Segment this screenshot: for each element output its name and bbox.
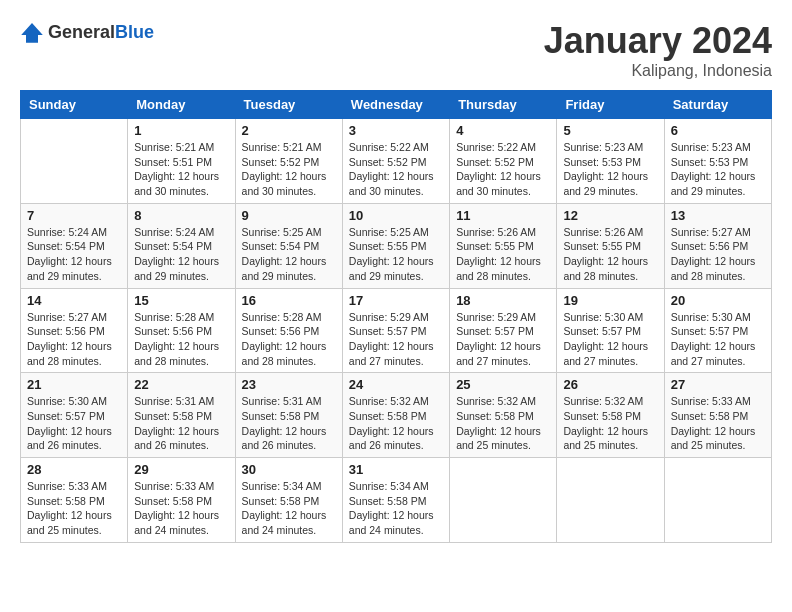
day-number: 4 bbox=[456, 123, 550, 138]
day-number: 29 bbox=[134, 462, 228, 477]
calendar-cell: 24Sunrise: 5:32 AMSunset: 5:58 PMDayligh… bbox=[342, 373, 449, 458]
day-info: Sunrise: 5:24 AMSunset: 5:54 PMDaylight:… bbox=[27, 225, 121, 284]
calendar-week-1: 1Sunrise: 5:21 AMSunset: 5:51 PMDaylight… bbox=[21, 119, 772, 204]
calendar-cell: 12Sunrise: 5:26 AMSunset: 5:55 PMDayligh… bbox=[557, 203, 664, 288]
day-info: Sunrise: 5:34 AMSunset: 5:58 PMDaylight:… bbox=[242, 479, 336, 538]
day-info: Sunrise: 5:32 AMSunset: 5:58 PMDaylight:… bbox=[456, 394, 550, 453]
day-number: 23 bbox=[242, 377, 336, 392]
day-number: 14 bbox=[27, 293, 121, 308]
day-number: 27 bbox=[671, 377, 765, 392]
day-number: 11 bbox=[456, 208, 550, 223]
day-info: Sunrise: 5:26 AMSunset: 5:55 PMDaylight:… bbox=[456, 225, 550, 284]
day-number: 10 bbox=[349, 208, 443, 223]
day-info: Sunrise: 5:28 AMSunset: 5:56 PMDaylight:… bbox=[134, 310, 228, 369]
day-info: Sunrise: 5:25 AMSunset: 5:55 PMDaylight:… bbox=[349, 225, 443, 284]
calendar-cell bbox=[557, 458, 664, 543]
calendar-cell: 23Sunrise: 5:31 AMSunset: 5:58 PMDayligh… bbox=[235, 373, 342, 458]
title-block: January 2024 Kalipang, Indonesia bbox=[544, 20, 772, 80]
calendar-cell: 11Sunrise: 5:26 AMSunset: 5:55 PMDayligh… bbox=[450, 203, 557, 288]
day-number: 21 bbox=[27, 377, 121, 392]
day-info: Sunrise: 5:29 AMSunset: 5:57 PMDaylight:… bbox=[456, 310, 550, 369]
day-info: Sunrise: 5:29 AMSunset: 5:57 PMDaylight:… bbox=[349, 310, 443, 369]
location-title: Kalipang, Indonesia bbox=[544, 62, 772, 80]
calendar-header-friday: Friday bbox=[557, 91, 664, 119]
calendar-cell: 20Sunrise: 5:30 AMSunset: 5:57 PMDayligh… bbox=[664, 288, 771, 373]
day-info: Sunrise: 5:28 AMSunset: 5:56 PMDaylight:… bbox=[242, 310, 336, 369]
calendar-cell: 7Sunrise: 5:24 AMSunset: 5:54 PMDaylight… bbox=[21, 203, 128, 288]
calendar-cell: 27Sunrise: 5:33 AMSunset: 5:58 PMDayligh… bbox=[664, 373, 771, 458]
day-info: Sunrise: 5:21 AMSunset: 5:51 PMDaylight:… bbox=[134, 140, 228, 199]
day-number: 24 bbox=[349, 377, 443, 392]
calendar-cell: 26Sunrise: 5:32 AMSunset: 5:58 PMDayligh… bbox=[557, 373, 664, 458]
calendar-cell: 4Sunrise: 5:22 AMSunset: 5:52 PMDaylight… bbox=[450, 119, 557, 204]
calendar-cell: 2Sunrise: 5:21 AMSunset: 5:52 PMDaylight… bbox=[235, 119, 342, 204]
day-info: Sunrise: 5:30 AMSunset: 5:57 PMDaylight:… bbox=[27, 394, 121, 453]
day-info: Sunrise: 5:21 AMSunset: 5:52 PMDaylight:… bbox=[242, 140, 336, 199]
logo: GeneralBlue bbox=[20, 20, 154, 44]
day-number: 18 bbox=[456, 293, 550, 308]
day-number: 19 bbox=[563, 293, 657, 308]
day-number: 2 bbox=[242, 123, 336, 138]
day-info: Sunrise: 5:23 AMSunset: 5:53 PMDaylight:… bbox=[671, 140, 765, 199]
day-number: 22 bbox=[134, 377, 228, 392]
calendar-cell: 19Sunrise: 5:30 AMSunset: 5:57 PMDayligh… bbox=[557, 288, 664, 373]
day-info: Sunrise: 5:33 AMSunset: 5:58 PMDaylight:… bbox=[671, 394, 765, 453]
day-number: 7 bbox=[27, 208, 121, 223]
calendar-cell: 29Sunrise: 5:33 AMSunset: 5:58 PMDayligh… bbox=[128, 458, 235, 543]
day-info: Sunrise: 5:30 AMSunset: 5:57 PMDaylight:… bbox=[671, 310, 765, 369]
calendar-cell: 28Sunrise: 5:33 AMSunset: 5:58 PMDayligh… bbox=[21, 458, 128, 543]
calendar-header-thursday: Thursday bbox=[450, 91, 557, 119]
day-info: Sunrise: 5:32 AMSunset: 5:58 PMDaylight:… bbox=[563, 394, 657, 453]
day-info: Sunrise: 5:33 AMSunset: 5:58 PMDaylight:… bbox=[134, 479, 228, 538]
logo-icon bbox=[20, 20, 44, 44]
calendar-cell: 30Sunrise: 5:34 AMSunset: 5:58 PMDayligh… bbox=[235, 458, 342, 543]
logo-general: General bbox=[48, 22, 115, 42]
calendar-cell: 9Sunrise: 5:25 AMSunset: 5:54 PMDaylight… bbox=[235, 203, 342, 288]
day-number: 25 bbox=[456, 377, 550, 392]
day-info: Sunrise: 5:22 AMSunset: 5:52 PMDaylight:… bbox=[456, 140, 550, 199]
calendar-cell: 3Sunrise: 5:22 AMSunset: 5:52 PMDaylight… bbox=[342, 119, 449, 204]
calendar-week-4: 21Sunrise: 5:30 AMSunset: 5:57 PMDayligh… bbox=[21, 373, 772, 458]
day-info: Sunrise: 5:23 AMSunset: 5:53 PMDaylight:… bbox=[563, 140, 657, 199]
day-info: Sunrise: 5:34 AMSunset: 5:58 PMDaylight:… bbox=[349, 479, 443, 538]
calendar-cell bbox=[450, 458, 557, 543]
month-title: January 2024 bbox=[544, 20, 772, 62]
calendar-cell: 13Sunrise: 5:27 AMSunset: 5:56 PMDayligh… bbox=[664, 203, 771, 288]
calendar-cell: 5Sunrise: 5:23 AMSunset: 5:53 PMDaylight… bbox=[557, 119, 664, 204]
day-number: 16 bbox=[242, 293, 336, 308]
day-number: 15 bbox=[134, 293, 228, 308]
calendar-header-saturday: Saturday bbox=[664, 91, 771, 119]
calendar-week-3: 14Sunrise: 5:27 AMSunset: 5:56 PMDayligh… bbox=[21, 288, 772, 373]
page-header: GeneralBlue January 2024 Kalipang, Indon… bbox=[20, 20, 772, 80]
calendar-cell: 31Sunrise: 5:34 AMSunset: 5:58 PMDayligh… bbox=[342, 458, 449, 543]
calendar-cell: 15Sunrise: 5:28 AMSunset: 5:56 PMDayligh… bbox=[128, 288, 235, 373]
calendar-cell: 6Sunrise: 5:23 AMSunset: 5:53 PMDaylight… bbox=[664, 119, 771, 204]
calendar-cell: 25Sunrise: 5:32 AMSunset: 5:58 PMDayligh… bbox=[450, 373, 557, 458]
calendar-week-5: 28Sunrise: 5:33 AMSunset: 5:58 PMDayligh… bbox=[21, 458, 772, 543]
day-number: 28 bbox=[27, 462, 121, 477]
logo-blue: Blue bbox=[115, 22, 154, 42]
calendar-cell: 17Sunrise: 5:29 AMSunset: 5:57 PMDayligh… bbox=[342, 288, 449, 373]
day-info: Sunrise: 5:33 AMSunset: 5:58 PMDaylight:… bbox=[27, 479, 121, 538]
calendar-week-2: 7Sunrise: 5:24 AMSunset: 5:54 PMDaylight… bbox=[21, 203, 772, 288]
calendar-cell: 10Sunrise: 5:25 AMSunset: 5:55 PMDayligh… bbox=[342, 203, 449, 288]
day-info: Sunrise: 5:30 AMSunset: 5:57 PMDaylight:… bbox=[563, 310, 657, 369]
day-number: 17 bbox=[349, 293, 443, 308]
day-number: 5 bbox=[563, 123, 657, 138]
calendar-header-row: SundayMondayTuesdayWednesdayThursdayFrid… bbox=[21, 91, 772, 119]
calendar-cell: 1Sunrise: 5:21 AMSunset: 5:51 PMDaylight… bbox=[128, 119, 235, 204]
calendar-table: SundayMondayTuesdayWednesdayThursdayFrid… bbox=[20, 90, 772, 543]
calendar-cell: 22Sunrise: 5:31 AMSunset: 5:58 PMDayligh… bbox=[128, 373, 235, 458]
day-info: Sunrise: 5:22 AMSunset: 5:52 PMDaylight:… bbox=[349, 140, 443, 199]
calendar-cell: 18Sunrise: 5:29 AMSunset: 5:57 PMDayligh… bbox=[450, 288, 557, 373]
day-number: 1 bbox=[134, 123, 228, 138]
day-info: Sunrise: 5:27 AMSunset: 5:56 PMDaylight:… bbox=[671, 225, 765, 284]
calendar-cell: 21Sunrise: 5:30 AMSunset: 5:57 PMDayligh… bbox=[21, 373, 128, 458]
calendar-header-wednesday: Wednesday bbox=[342, 91, 449, 119]
day-number: 3 bbox=[349, 123, 443, 138]
day-number: 30 bbox=[242, 462, 336, 477]
day-info: Sunrise: 5:27 AMSunset: 5:56 PMDaylight:… bbox=[27, 310, 121, 369]
calendar-cell bbox=[21, 119, 128, 204]
day-info: Sunrise: 5:31 AMSunset: 5:58 PMDaylight:… bbox=[242, 394, 336, 453]
day-info: Sunrise: 5:24 AMSunset: 5:54 PMDaylight:… bbox=[134, 225, 228, 284]
